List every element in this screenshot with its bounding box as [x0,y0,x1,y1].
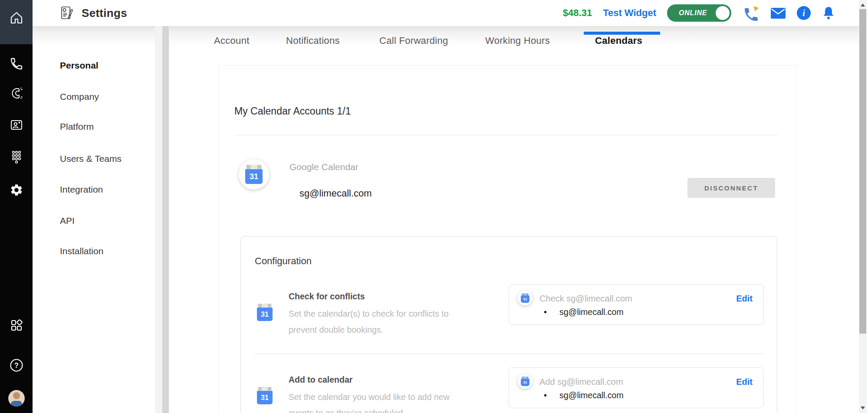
magnet-icon [9,86,24,101]
edit-link[interactable]: Edit [736,377,753,387]
user-avatar [8,390,25,406]
page-title: Settings [82,7,127,20]
info-icon: i [797,6,811,20]
sidebar-item-integration[interactable]: Integration [60,184,103,195]
scrollbar-down-arrow[interactable] [861,406,865,410]
rail-item-apps[interactable] [0,317,33,334]
sidebar-item-api[interactable]: API [60,216,75,226]
google-calendar-icon: 31 [521,377,529,386]
divider [234,135,778,135]
account-balance[interactable]: $48.31 [563,7,592,19]
page-scrollbar[interactable] [859,0,867,413]
rail-item-profile[interactable] [0,390,33,407]
google-calendar-icon: 31 [257,304,273,321]
toggle-knob [716,6,730,20]
phone-call-icon [742,5,760,21]
rail-item-settings[interactable] [0,181,33,199]
row-title: Add to calendar [289,375,352,385]
rail-item-help[interactable]: ? [0,357,33,374]
config-row-add-to-calendar: 31 Add to calendar Set the calendar you … [241,367,777,413]
tab-account[interactable]: Account [214,35,250,46]
scrollbar-thumb[interactable] [859,9,866,334]
sidebar-item-users-teams[interactable]: Users & Teams [60,154,122,164]
row-description: Set the calendar you would like to add n… [289,389,469,413]
tab-call-forwarding[interactable]: Call Forwarding [379,35,448,46]
divider [254,354,764,354]
svg-text:?: ? [14,362,19,369]
top-header: Settings $48.31 Test Widget ONLINE [33,0,859,26]
mail-icon [770,7,786,19]
selection-label: Check sg@limecall.com [539,294,632,304]
online-toggle-label: ONLINE [679,9,707,17]
row-description: Set the calendar(s) to check for conflic… [289,306,469,338]
mail-header-button[interactable] [770,7,786,19]
active-tab-indicator [584,32,660,35]
disconnect-button[interactable]: DISCONNECT [687,178,775,198]
page-title-group: Settings [59,5,127,21]
account-email: sg@limecall.com [299,188,372,199]
help-icon: ? [9,358,24,373]
google-calendar-icon: 31 [245,165,263,184]
calendar-accounts-heading: My Calendar Accounts 1/1 [234,105,351,117]
header-actions: $48.31 Test Widget ONLINE i [563,4,835,22]
rail-item-contacts[interactable] [0,116,33,134]
contact-card-icon [9,118,24,132]
icon-rail: ? [0,0,33,413]
settings-sidebar: Personal Company Platform Users & Teams … [33,0,162,413]
sidebar-scrollbar-thumb[interactable] [162,26,169,413]
rail-item-leads[interactable] [0,85,33,102]
google-calendar-icon: 31 [257,387,273,404]
google-calendar-icon: 31 [521,293,529,303]
home-icon [9,10,24,26]
tab-calendars[interactable]: Calendars [595,35,642,46]
google-calendar-avatar: 31 [239,159,269,190]
bell-icon [822,6,835,20]
rail-item-home[interactable] [0,0,33,44]
selected-calendar-item: sg@limecall.com [544,390,624,400]
calendar-mini-icon-circle: 31 [518,374,533,389]
conflict-calendars-box: 31 Check sg@limecall.com sg@limecall.com… [509,284,764,325]
tab-notifications[interactable]: Notifications [286,35,340,46]
provider-label: Google Calendar [289,162,358,172]
apps-grid-icon [9,318,24,333]
rail-item-calls[interactable] [0,55,33,72]
notifications-header-button[interactable] [822,6,835,20]
phone-header-button[interactable] [742,5,760,21]
sidebar-item-company[interactable]: Company [60,92,99,102]
scrollbar-up-arrow[interactable] [861,3,865,7]
add-calendar-box: 31 Add sg@limecall.com sg@limecall.com E… [509,367,764,408]
phone-icon [10,57,23,71]
tab-working-hours[interactable]: Working Hours [485,35,550,46]
online-toggle[interactable]: ONLINE [667,4,731,22]
configuration-heading: Configuration [255,256,312,267]
test-widget-link[interactable]: Test Widget [603,7,656,19]
dialpad-icon [10,150,23,164]
edit-link[interactable]: Edit [736,294,753,304]
config-row-check-conflicts: 31 Check for conflicts Set the calendar(… [241,284,777,358]
settings-doc-icon [59,5,74,21]
sidebar-item-installation[interactable]: Installation [60,246,103,256]
sidebar-item-platform[interactable]: Platform [60,121,94,132]
selected-calendar-item: sg@limecall.com [544,307,624,317]
info-header-button[interactable]: i [797,6,811,20]
calendar-mini-icon-circle: 31 [518,291,533,305]
rail-item-dialpad[interactable] [0,148,33,166]
gear-icon [10,183,23,197]
calendar-accounts-card: My Calendar Accounts 1/1 31 Google Calen… [218,65,797,413]
sidebar-item-personal[interactable]: Personal [60,60,99,71]
configuration-card: Configuration 31 Check for conflicts Set… [240,236,777,413]
selection-label: Add sg@limecall.com [539,377,623,387]
row-title: Check for conflicts [289,292,365,302]
sidebar-scrollbar[interactable] [155,26,169,413]
